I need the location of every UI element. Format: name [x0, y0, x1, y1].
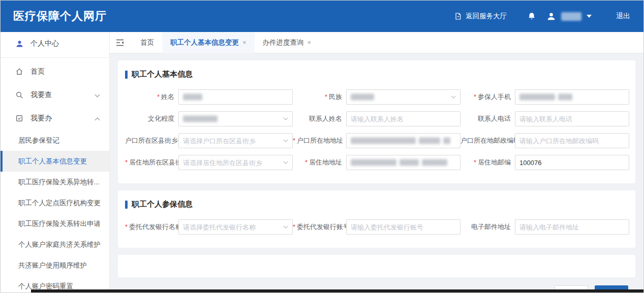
form-row: 居住地所在区县街乡 居住地地址 居住地邮编	[125, 155, 628, 170]
education-select[interactable]	[178, 111, 293, 126]
chevron-up-icon	[95, 114, 100, 122]
insurance-info-card: 职工个人参保信息 委托代发银行名称 委托代发银行账号	[118, 190, 635, 248]
contact-phone-input[interactable]	[515, 111, 629, 126]
field-hukou-address: 户口所在地地址	[293, 133, 461, 148]
app-title: 医疗保障个人网厅	[13, 9, 107, 24]
email-input[interactable]	[515, 219, 629, 235]
menu-fold-icon[interactable]	[116, 39, 124, 46]
tab-progress-query[interactable]: 办件进度查询 ×	[255, 32, 320, 53]
form-row: 委托代发银行名称 委托代发银行账号 电子邮件地址	[125, 219, 628, 235]
chevron-down-icon	[95, 91, 100, 99]
residence-address-input[interactable]	[346, 155, 461, 170]
field-name: 姓名	[125, 89, 293, 105]
section-bar-icon	[125, 71, 128, 79]
main-area: 首页 职工个人基本信息变更 × 办件进度查询 × 职工个人基本信息	[110, 32, 643, 292]
tab-bar: 首页 职工个人基本信息变更 × 办件进度查询 ×	[110, 32, 643, 53]
residence-postcode-input[interactable]	[515, 155, 629, 170]
sidebar: 个人中心 首页 我要查	[1, 32, 110, 292]
app-window: 医疗保障个人网厅 返回服务大厅 退出 个人中心	[0, 0, 644, 293]
bank-account-input[interactable]	[346, 219, 461, 235]
sidebar-item-query[interactable]: 我要查	[1, 83, 109, 107]
section-title-basic: 职工个人基本信息	[125, 60, 628, 89]
section-bar-icon	[125, 201, 128, 209]
tab-home[interactable]: 首页	[132, 32, 162, 53]
field-residence-address: 居住地地址	[293, 155, 461, 170]
hukou-district-select[interactable]	[178, 133, 293, 148]
user-avatar-icon[interactable]	[546, 12, 556, 21]
logout-button[interactable]: 退出	[616, 12, 630, 21]
tab-label: 职工个人基本信息变更	[170, 38, 239, 47]
sidebar-item-home[interactable]: 首页	[1, 60, 109, 83]
content-area: 职工个人基本信息 姓名 民族	[110, 53, 643, 292]
ethnicity-select[interactable]	[346, 89, 461, 105]
close-icon[interactable]: ×	[242, 39, 247, 46]
field-bank-account: 委托代发银行账号	[293, 219, 461, 235]
field-phone: 参保人手机	[461, 89, 629, 105]
sidebar-item-label: 个人中心	[30, 39, 100, 48]
tasks-icon	[15, 114, 24, 122]
sidebar-subitem-mutual-order[interactable]: 共济账户使用顺序维护	[1, 255, 109, 276]
insured-phone-input[interactable]	[515, 89, 629, 105]
field-residence-postcode: 居住地邮编	[461, 155, 629, 170]
hukou-address-input[interactable]	[346, 133, 461, 148]
residence-district-select[interactable]	[178, 155, 293, 170]
form-row: 姓名 民族 参保人手机	[125, 89, 628, 105]
field-ethnicity: 民族	[293, 89, 461, 105]
empty-card	[118, 255, 635, 277]
sidebar-subitem-hospital-change[interactable]: 职工个人定点医疗机构变更	[1, 192, 109, 213]
sidebar-subitem-basic-info-change[interactable]: 职工个人基本信息变更	[1, 151, 109, 172]
notification-bell-icon[interactable]	[527, 12, 536, 21]
field-contact-phone: 联系人电话	[461, 111, 629, 126]
sidebar-subitem-family-mutual[interactable]: 个人账户家庭共济关系维护	[1, 234, 109, 255]
sidebar-subitem-transfer-out[interactable]: 职工医疗保险关系转出申请	[1, 213, 109, 234]
field-residence-district: 居住地所在区县街乡	[125, 155, 293, 170]
close-icon[interactable]: ×	[308, 39, 312, 46]
window-bottom-edge	[31, 289, 643, 292]
return-hall-link[interactable]: 返回服务大厅	[454, 12, 507, 21]
form-row: 文化程度 联系人姓名 联系人电话	[125, 111, 628, 126]
caret-down-icon[interactable]	[587, 15, 592, 18]
sidebar-item-handle[interactable]: 我要办	[1, 107, 109, 130]
form-row: 户口所在区县街乡 户口所在地地址 户口所在地邮政编码	[125, 133, 628, 148]
sidebar-divider	[1, 57, 109, 58]
field-education: 文化程度	[125, 111, 293, 126]
contact-name-input[interactable]	[346, 111, 461, 126]
tab-label: 办件进度查询	[263, 38, 304, 47]
return-hall-label: 返回服务大厅	[466, 12, 507, 21]
hukou-postcode-input[interactable]	[515, 133, 629, 148]
sidebar-item-label: 我要办	[30, 114, 95, 123]
name-input[interactable]	[178, 89, 293, 105]
sidebar-item-label: 首页	[30, 67, 100, 76]
sidebar-subitem-relation-transfer[interactable]: 职工医疗保险关系异地转...	[1, 172, 109, 192]
search-icon	[15, 91, 24, 99]
user-name-redacted	[561, 12, 581, 21]
section-title-insurance: 职工个人参保信息	[125, 190, 628, 219]
sidebar-item-personal-center[interactable]: 个人中心	[1, 32, 109, 55]
document-return-icon	[454, 12, 462, 20]
field-contact-name: 联系人姓名	[293, 111, 461, 126]
sidebar-subitem-resident-register[interactable]: 居民参保登记	[1, 130, 109, 151]
tab-basic-info-change[interactable]: 职工个人基本信息变更 ×	[162, 32, 255, 53]
field-bank-name: 委托代发银行名称	[125, 219, 293, 235]
field-hukou-postcode: 户口所在地邮政编码	[461, 133, 629, 148]
field-hukou-district: 户口所在区县街乡	[125, 133, 293, 148]
user-icon	[15, 40, 24, 48]
top-header: 医疗保障个人网厅 返回服务大厅 退出	[1, 1, 643, 32]
field-email: 电子邮件地址	[461, 219, 629, 235]
bank-name-select[interactable]	[178, 219, 293, 235]
sidebar-item-label: 我要查	[30, 90, 95, 100]
basic-info-card: 职工个人基本信息 姓名 民族	[118, 60, 635, 183]
tab-label: 首页	[140, 38, 154, 47]
home-icon	[15, 68, 24, 76]
